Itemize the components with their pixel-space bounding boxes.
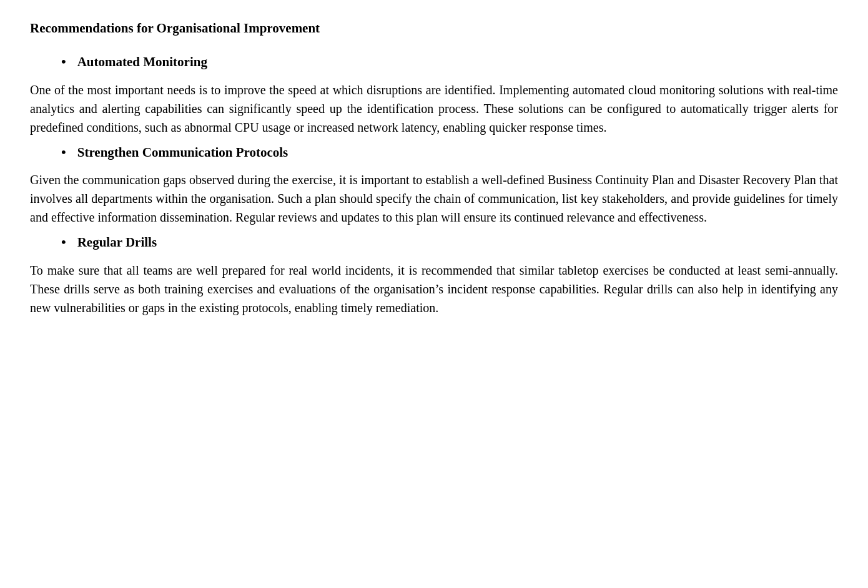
- section-heading-strengthen-communication: Strengthen Communication Protocols: [77, 143, 289, 162]
- page-title: Recommendations for Organisational Impro…: [30, 19, 838, 37]
- bullet-dot: •: [61, 55, 66, 69]
- section-heading-automated-monitoring: Automated Monitoring: [77, 52, 207, 71]
- bullet-item-automated-monitoring: •Automated Monitoring: [30, 52, 838, 71]
- bullet-item-strengthen-communication: •Strengthen Communication Protocols: [30, 143, 838, 162]
- section-body-strengthen-communication: Given the communication gaps observed du…: [30, 170, 838, 227]
- bullet-dot: •: [61, 235, 66, 249]
- bullet-dot: •: [61, 145, 66, 159]
- bullet-item-regular-drills: •Regular Drills: [30, 233, 838, 252]
- section-body-automated-monitoring: One of the most important needs is to im…: [30, 81, 838, 137]
- sections-container: •Automated MonitoringOne of the most imp…: [30, 52, 838, 316]
- section-heading-regular-drills: Regular Drills: [77, 233, 157, 252]
- section-body-regular-drills: To make sure that all teams are well pre…: [30, 261, 838, 317]
